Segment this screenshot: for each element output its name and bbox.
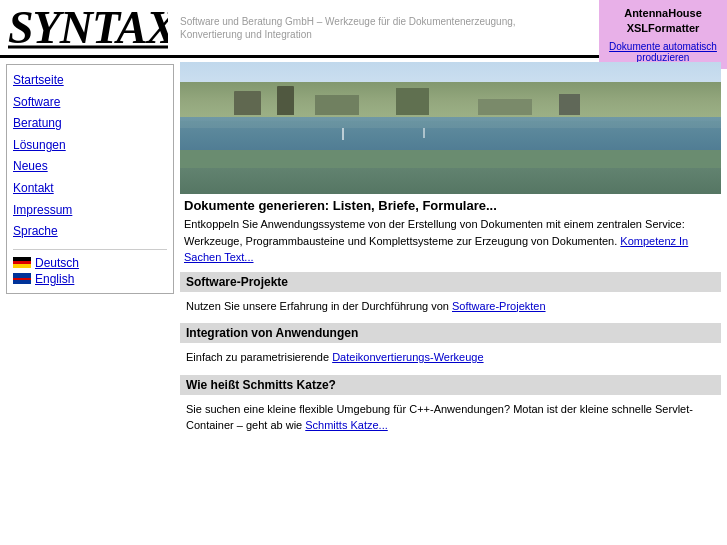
section-software-heading: Software-Projekte (180, 272, 721, 292)
section-integration: Integration von Anwendungen Einfach zu p… (180, 323, 721, 369)
site-logo: SYNTAX (8, 1, 168, 55)
sidebar-item-software[interactable]: Software (13, 92, 167, 114)
sidebar: Startseite Software Beratung Lösungen Ne… (6, 64, 174, 294)
section-integration-heading: Integration von Anwendungen (180, 323, 721, 343)
section-integration-body: Einfach zu parametrisierende Dateikonver… (180, 346, 721, 369)
content-area: Dokumente generieren: Listen, Briefe, Fo… (178, 58, 727, 445)
section-dokumente: Dokumente generieren: Listen, Briefe, Fo… (180, 198, 721, 266)
section-schmitts-heading: Wie heißt Schmitts Katze? (180, 375, 721, 395)
language-section: Deutsch English (13, 256, 167, 286)
section-schmitts: Wie heißt Schmitts Katze? Sie suchen ein… (180, 375, 721, 437)
sidebar-nav: Startseite Software Beratung Lösungen Ne… (13, 70, 167, 243)
integration-link[interactable]: Dateikonvertierungs-Werkeuge (332, 351, 483, 363)
lang-link-deutsch[interactable]: Deutsch (35, 256, 79, 270)
flag-de-icon (13, 257, 31, 268)
sidebar-item-startseite[interactable]: Startseite (13, 70, 167, 92)
header-tagline: Software und Beratung GmbH – Werkzeuge f… (180, 15, 580, 41)
section-software-body: Nutzen Sie unsere Erfahrung in der Durch… (180, 295, 721, 318)
sidebar-item-beratung[interactable]: Beratung (13, 113, 167, 135)
lang-item-de[interactable]: Deutsch (13, 256, 167, 270)
antenna-title: AntennaHouse XSLFormatter (624, 6, 702, 37)
lang-link-english[interactable]: English (35, 272, 74, 286)
dokumente-link[interactable]: Kompetenz In Sachen Text... (184, 235, 688, 264)
sidebar-item-loesungen[interactable]: Lösungen (13, 135, 167, 157)
flag-en-icon (13, 273, 31, 284)
logo-area: SYNTAX (8, 1, 168, 55)
section-dokumente-body: Entkoppeln Sie Anwendungssysteme von der… (184, 216, 717, 266)
software-projekte-link[interactable]: Software-Projekten (452, 300, 546, 312)
sidebar-item-impressum[interactable]: Impressum (13, 200, 167, 222)
sidebar-item-sprache[interactable]: Sprache (13, 221, 167, 243)
lang-item-en[interactable]: English (13, 272, 167, 286)
schmitts-link[interactable]: Schmitts Katze... (305, 419, 388, 431)
section-schmitts-body: Sie suchen eine kleine flexible Umgebung… (180, 398, 721, 437)
hero-image (180, 62, 721, 194)
sidebar-item-neues[interactable]: Neues (13, 156, 167, 178)
section-dokumente-heading: Dokumente generieren: Listen, Briefe, Fo… (184, 198, 717, 213)
sidebar-item-kontakt[interactable]: Kontakt (13, 178, 167, 200)
section-software: Software-Projekte Nutzen Sie unsere Erfa… (180, 272, 721, 318)
svg-text:SYNTAX: SYNTAX (8, 2, 168, 49)
